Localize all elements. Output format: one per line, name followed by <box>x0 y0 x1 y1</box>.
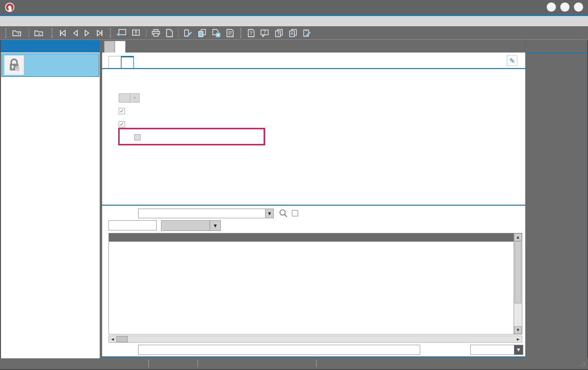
sort-select-value <box>471 345 514 354</box>
toolbar-separator <box>5 28 6 38</box>
status-bar: .:: <box>0 358 588 369</box>
edit-note-icon[interactable] <box>300 28 314 38</box>
next-record-icon[interactable] <box>81 29 93 37</box>
detail-section: ✎ ▼ ✓ ✓ <box>102 53 525 205</box>
help-pages-icon[interactable]: ? <box>272 28 286 38</box>
checkbox-row-osobu[interactable]: ✓ <box>119 108 128 114</box>
related-pages-icon[interactable] <box>286 28 300 38</box>
print-icon[interactable] <box>149 28 163 38</box>
series-picker-button[interactable] <box>119 93 130 103</box>
tab-detail[interactable] <box>115 41 125 53</box>
record-counter <box>108 220 157 230</box>
selected-filter-label <box>161 221 210 230</box>
selected-filter-button[interactable]: ▼ <box>161 220 221 231</box>
minimize-button[interactable] <box>547 2 556 12</box>
scroll-down-button[interactable]: ▼ <box>514 326 522 334</box>
edit-record-icon[interactable] <box>181 28 195 38</box>
tab-parametry[interactable] <box>121 56 134 68</box>
vertical-scrollbar[interactable]: ▲ ▼ <box>514 233 522 334</box>
table-header-row <box>109 233 514 242</box>
horizontal-scrollbar[interactable]: ◀ ▶ <box>108 335 522 343</box>
tab-hlavicka[interactable] <box>108 56 121 68</box>
scroll-right-button[interactable]: ▶ <box>515 336 522 342</box>
prior-record-icon[interactable] <box>70 29 81 37</box>
agendas-sidebar <box>1 40 100 358</box>
annotation-highlight-box <box>118 128 265 145</box>
main-tabstrip <box>102 40 525 53</box>
tab-seznam[interactable] <box>104 41 115 53</box>
maximize-button[interactable] <box>560 2 570 12</box>
scroll-left-button[interactable]: ◀ <box>109 336 116 342</box>
sort-dropdown-button[interactable]: ▼ <box>514 345 523 354</box>
vertical-scroll-thumb[interactable] <box>515 241 521 303</box>
checkbox-firmu[interactable]: ✓ <box>119 121 125 127</box>
window-refresh-icon[interactable] <box>129 28 143 38</box>
horizontal-scroll-thumb[interactable] <box>116 336 128 342</box>
window-new-icon[interactable] <box>114 28 129 38</box>
actions-panel <box>525 40 587 358</box>
open-folder-icon <box>12 29 21 36</box>
data-protection-lock-icon <box>4 55 24 75</box>
checkbox-osobu[interactable]: ✓ <box>119 108 125 114</box>
title-bar <box>0 0 588 15</box>
resize-grip[interactable]: .:: <box>580 361 586 367</box>
sidebar-item-pravidla-ochrany-dat[interactable] <box>1 53 99 77</box>
help-document-icon[interactable]: ? <box>245 28 258 38</box>
last-record-icon[interactable] <box>93 29 107 37</box>
fulltext-combobox: ▼ <box>138 209 274 218</box>
svg-text:?: ? <box>249 30 252 36</box>
checkbox-row-firmu[interactable]: ✓ <box>119 121 128 127</box>
series-dropdown-button[interactable]: ▼ <box>130 93 140 103</box>
delete-record-icon[interactable] <box>209 28 223 38</box>
close-button[interactable] <box>574 2 583 12</box>
fulltext-dropdown-button[interactable]: ▼ <box>265 209 273 218</box>
log-icon[interactable] <box>223 28 237 38</box>
toolbar: ? ? ? <box>0 26 588 40</box>
search-input[interactable] <box>138 345 420 355</box>
svg-text:?: ? <box>277 31 280 36</box>
list-section: ▼ ▼ ▲ <box>102 205 525 357</box>
scope-checkbox[interactable] <box>292 210 298 216</box>
abra-logo-icon <box>5 2 15 12</box>
open-button[interactable] <box>10 28 26 37</box>
fulltext-input[interactable] <box>139 209 265 218</box>
close-agenda-button[interactable] <box>32 28 48 37</box>
close-folder-icon <box>34 29 43 36</box>
app-window: ? ? ? <box>0 0 588 370</box>
search-icon[interactable] <box>279 209 288 219</box>
first-record-icon[interactable] <box>56 29 70 37</box>
customize-form-icon[interactable]: ✎ <box>507 55 517 66</box>
new-document-icon[interactable] <box>163 28 176 38</box>
menu-bar <box>0 16 588 26</box>
sort-select[interactable]: ▼ <box>470 345 523 355</box>
help-bubble-icon[interactable]: ? <box>258 28 272 38</box>
records-table: ▲ ▼ <box>108 233 522 335</box>
main-panel: ✎ ▼ ✓ ✓ <box>102 40 525 358</box>
scroll-up-button[interactable]: ▲ <box>514 233 522 241</box>
copy-record-icon[interactable] <box>195 28 209 38</box>
svg-text:?: ? <box>264 30 267 35</box>
selected-filter-dropdown[interactable]: ▼ <box>210 221 220 230</box>
sidebar-header <box>1 40 100 53</box>
